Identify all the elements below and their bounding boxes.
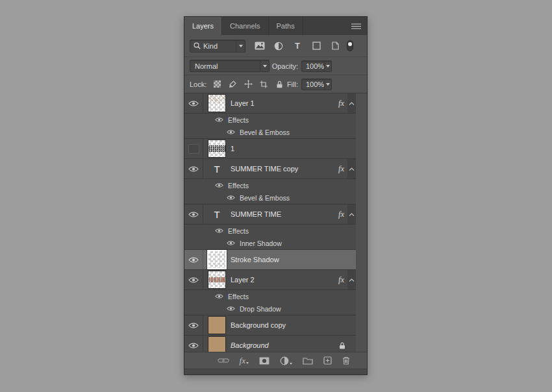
opacity-dropdown[interactable]: 100%: [301, 60, 332, 72]
visibility-toggle[interactable]: [184, 270, 203, 289]
effect-visibility-toggle[interactable]: [226, 240, 235, 246]
lock-position-button[interactable]: [243, 79, 253, 90]
layer-row-selected[interactable]: Stroke Shadow: [184, 250, 356, 269]
layer-thumbnail[interactable]: [208, 95, 225, 112]
visibility-toggle[interactable]: [184, 315, 203, 335]
link-layers-button[interactable]: [218, 358, 229, 363]
effects-visibility-toggle[interactable]: [214, 293, 223, 299]
layer-row[interactable]: Layer 1 fx: [184, 93, 356, 113]
delete-layer-button[interactable]: [342, 356, 350, 365]
layer-name[interactable]: Background copy: [231, 321, 286, 329]
type-layer-icon[interactable]: T: [208, 209, 225, 220]
effect-item-row[interactable]: Bevel & Emboss: [184, 191, 356, 204]
new-layer-button[interactable]: [323, 356, 332, 365]
fill-value: 100%: [306, 80, 324, 88]
effects-block: Effects Inner Shadow: [184, 224, 356, 249]
effects-row[interactable]: Effects: [184, 290, 356, 302]
visibility-toggle[interactable]: [184, 250, 203, 269]
layer-name[interactable]: Layer 2: [231, 276, 255, 284]
layer-row[interactable]: 1: [184, 139, 356, 158]
visibility-toggle[interactable]: [184, 204, 203, 224]
effects-visibility-toggle[interactable]: [214, 228, 223, 234]
lock-transparency-button[interactable]: [212, 79, 222, 90]
layer-name[interactable]: Background: [231, 341, 269, 349]
layer-name[interactable]: Stroke Shadow: [231, 256, 279, 263]
new-group-button[interactable]: [303, 357, 313, 365]
filter-toggle-switch[interactable]: [347, 40, 353, 51]
effects-row[interactable]: Effects: [184, 179, 356, 191]
collapse-effects-button[interactable]: [347, 159, 356, 178]
effect-visibility-toggle[interactable]: [226, 195, 235, 201]
type-filter-button[interactable]: T: [291, 40, 304, 53]
effect-visibility-toggle[interactable]: [226, 306, 235, 312]
effect-item-row[interactable]: Inner Shadow: [184, 237, 356, 249]
effects-row[interactable]: Effects: [184, 114, 356, 126]
layer-lock-badge: [339, 342, 345, 349]
layer-name[interactable]: SUMMER TIME: [231, 210, 281, 218]
visibility-toggle[interactable]: [184, 159, 203, 178]
collapse-effects-button[interactable]: [347, 204, 356, 224]
effects-visibility-toggle[interactable]: [214, 182, 223, 188]
filter-row: Kind T: [184, 35, 367, 57]
effect-visibility-toggle[interactable]: [226, 129, 235, 135]
layer-row[interactable]: Layer 2 fx: [184, 270, 356, 289]
lock-artboard-button[interactable]: [258, 79, 269, 90]
layer-name[interactable]: SUMMER TIME copy: [231, 165, 298, 173]
layer-name[interactable]: Layer 1: [231, 99, 255, 107]
effect-name: Bevel & Emboss: [240, 194, 290, 202]
smart-object-filter-button[interactable]: [329, 40, 342, 53]
collapse-effects-button[interactable]: [347, 270, 356, 289]
effect-name: Bevel & Emboss: [240, 129, 290, 136]
layer-name[interactable]: 1: [231, 145, 234, 153]
panel-menu-button[interactable]: [345, 17, 367, 35]
effect-item-row[interactable]: Bevel & Emboss: [184, 126, 356, 138]
eye-icon: [227, 129, 235, 135]
visibility-toggle[interactable]: [184, 336, 203, 352]
layer-row[interactable]: T SUMMER TIME fx: [184, 204, 356, 224]
chevron-down-icon: [290, 363, 292, 365]
lock-label: Lock:: [190, 80, 207, 88]
visibility-toggle[interactable]: [184, 139, 203, 158]
type-layer-icon[interactable]: T: [208, 164, 225, 175]
tab-paths[interactable]: Paths: [269, 17, 303, 35]
layer-row[interactable]: T SUMMER TIME copy fx: [184, 159, 356, 178]
fill-dropdown[interactable]: 100%: [301, 79, 332, 90]
effects-row[interactable]: Effects: [184, 225, 356, 237]
layer-thumbnail[interactable]: [208, 337, 225, 352]
collapse-effects-button[interactable]: [347, 93, 356, 113]
opacity-value: 100%: [306, 62, 324, 70]
hamburger-menu-icon: [351, 23, 361, 29]
blend-mode-dropdown[interactable]: Normal: [190, 60, 270, 72]
new-adjustment-layer-button[interactable]: [280, 356, 292, 365]
layer-row[interactable]: Background: [184, 336, 356, 352]
adjustment-filter-button[interactable]: [272, 40, 285, 53]
effect-item-row[interactable]: Drop Shadow: [184, 302, 356, 315]
layer-thumbnail[interactable]: [208, 251, 225, 268]
panel-resize-strip[interactable]: [184, 369, 367, 374]
tab-channels[interactable]: Channels: [222, 17, 268, 35]
lock-pixels-button[interactable]: [227, 79, 238, 90]
layers-rows: Layer 1 fx Effects: [184, 93, 356, 352]
layer-thumbnail[interactable]: [208, 317, 225, 334]
layer-row[interactable]: Background copy: [184, 315, 356, 335]
tab-layers[interactable]: Layers: [184, 17, 222, 35]
pixel-filter-button[interactable]: [253, 40, 266, 53]
layer-thumbnail[interactable]: [208, 140, 225, 157]
layer-thumbnail[interactable]: [208, 271, 225, 288]
lock-artboard-icon: [260, 80, 268, 88]
chevron-down-icon: [324, 61, 331, 71]
smart-object-filter-icon: [332, 42, 339, 50]
chevron-up-icon: [349, 278, 355, 282]
visibility-toggle[interactable]: [184, 93, 203, 113]
lock-all-button[interactable]: [274, 79, 284, 90]
add-layer-mask-button[interactable]: [259, 357, 270, 365]
eye-icon: [215, 293, 223, 299]
shape-filter-button[interactable]: [310, 40, 323, 53]
panel-tab-bar: Layers Channels Paths: [184, 17, 367, 35]
layers-list: Layer 1 fx Effects: [184, 93, 367, 352]
filter-kind-dropdown[interactable]: Kind: [190, 40, 245, 53]
add-layer-style-button[interactable]: fx: [240, 356, 249, 365]
chevron-up-icon: [349, 102, 355, 105]
effects-visibility-toggle[interactable]: [214, 117, 223, 123]
lock-buttons: [212, 79, 284, 90]
